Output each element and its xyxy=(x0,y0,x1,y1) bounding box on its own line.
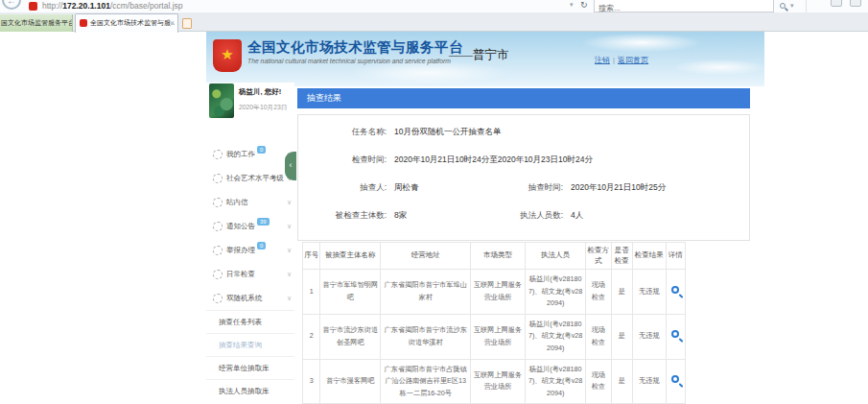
close-tab-icon[interactable]: × xyxy=(170,14,175,32)
detail-magnifier-icon[interactable] xyxy=(671,330,679,338)
gear-icon xyxy=(213,270,223,279)
counts-row: 被检查主体数: 8家 执法人员数: 4人 xyxy=(308,210,739,222)
sidebar-collapse-button[interactable]: ‹ xyxy=(285,152,296,180)
submenu-item-unit-pool[interactable]: 经营单位抽取库 xyxy=(206,356,294,379)
search-icon[interactable] xyxy=(780,3,786,9)
user-avatar xyxy=(209,83,234,118)
links-divider: | xyxy=(613,56,615,64)
sidebar-submenu: 抽查任务列表 抽查结果查询 经营单位抽取库 执法人员抽取库 xyxy=(206,310,294,402)
panel-title: 抽查结果 xyxy=(297,88,750,108)
col-name: 被抽查主体名称 xyxy=(320,243,381,270)
count-badge: 39 xyxy=(257,218,270,226)
header-links: 注销|返回首页 xyxy=(595,55,648,65)
search-dropdown-icon[interactable]: ▾ xyxy=(790,2,794,10)
col-no: 序号 xyxy=(303,243,320,270)
url-scheme: http:// xyxy=(42,1,62,11)
submenu-item-result-query[interactable]: 抽查结果查询 xyxy=(206,333,294,356)
gear-icon xyxy=(213,246,223,255)
emblem-star-icon: ★ xyxy=(221,46,233,62)
col-address: 经营地址 xyxy=(381,243,471,270)
count-badge: 0 xyxy=(257,242,266,250)
tab-label: 国文化市场监管服务平台 xyxy=(1,19,73,26)
detail-magnifier-icon[interactable] xyxy=(671,286,679,294)
gear-icon xyxy=(213,222,223,231)
search-input[interactable]: 搜索... xyxy=(594,0,774,12)
sidebar-item-daily-check[interactable]: 日常检查 ∨ xyxy=(206,262,294,286)
gear-icon xyxy=(213,294,223,303)
city-name: ——普宁市 xyxy=(449,47,509,63)
site-favicon xyxy=(29,2,37,11)
sidebar: 杨益川, 您好! 2020年10月23日 我的工作 0 ∨ 社会艺术水平考级 ∨… xyxy=(206,83,294,404)
detail-magnifier-icon[interactable] xyxy=(671,375,679,383)
sidebar-item-report-handling[interactable]: 举报办理 0 ∨ xyxy=(206,238,294,262)
check-time-row: 检查时间: 2020年10月21日10时24分至2020年10月23日10时24… xyxy=(308,154,739,166)
tab-cultural-market-service[interactable]: 国文化市场监管服务平台 xyxy=(0,14,73,32)
chevron-down-icon: ∨ xyxy=(287,295,292,302)
sidebar-item-art-grading[interactable]: 社会艺术水平考级 ∨ xyxy=(206,166,294,190)
address-dropdown-icon[interactable]: ▾ xyxy=(570,1,574,9)
logout-link[interactable]: 注销 xyxy=(595,56,610,64)
gear-icon xyxy=(213,198,223,207)
browser-tab-bar: 国文化市场监管服务平台 全国文化市场技术监管与服.. × xyxy=(0,12,868,32)
tab-favicon xyxy=(80,19,87,27)
new-tab-button[interactable] xyxy=(182,18,192,29)
url-host: 172.20.1.101 xyxy=(62,1,110,11)
table-row: 1 普宁市军埠智明网吧 广东省揭阳市普宁市军埠山家村 互联网上网服务营业场所 杨… xyxy=(303,270,686,315)
site-subtitle: The national cultural market technical s… xyxy=(247,58,451,64)
col-method: 检查方式 xyxy=(586,243,611,270)
gear-icon xyxy=(213,174,223,183)
sidebar-item-site-mail[interactable]: 站内信 ∨ xyxy=(206,190,294,214)
browser-url-row: ← http://172.20.1.101/ccm/base/portal.js… xyxy=(0,0,868,12)
col-checked: 是否检查 xyxy=(611,243,632,270)
sidebar-item-notices[interactable]: 通知公告 39 ∨ xyxy=(206,214,294,238)
col-market-type: 市场类型 xyxy=(471,243,526,270)
table-row: 2 普宁市流沙东街道创圣网吧 广东省揭阳市普宁市流沙东街道华溪村 互联网上网服务… xyxy=(303,314,686,359)
results-table: 序号 被抽查主体名称 经营地址 市场类型 执法人员 检查方式 是否检查 检查结果… xyxy=(302,242,686,404)
home-link[interactable]: 返回首页 xyxy=(618,56,648,64)
submenu-item-officer-pool[interactable]: 执法人员抽取库 xyxy=(206,379,294,402)
chevron-down-icon: ∨ xyxy=(287,271,292,278)
task-name-row: 任务名称: 10月份双随机一公开抽查名单 xyxy=(308,127,739,138)
chevron-down-icon: ∨ xyxy=(287,223,292,230)
settings-icon[interactable] xyxy=(850,0,861,7)
sidebar-menu: 我的工作 0 ∨ 社会艺术水平考级 ∨ 站内信 ∨ 通知公告 39 ∨ 举报办理… xyxy=(206,142,294,310)
refresh-icon[interactable]: ↻ xyxy=(580,0,588,10)
col-result: 检查结果 xyxy=(632,243,666,270)
table-header-row: 序号 被抽查主体名称 经营地址 市场类型 执法人员 检查方式 是否检查 检查结果… xyxy=(303,243,686,270)
site-title: 全国文化市场技术监管与服务平台 xyxy=(247,38,463,57)
back-button[interactable]: ← xyxy=(2,0,21,10)
tab-label: 全国文化市场技术监管与服.. xyxy=(90,14,175,32)
sidebar-item-double-random[interactable]: 双随机系统 ∨ xyxy=(206,286,294,310)
chrome-divider xyxy=(806,0,807,12)
col-officers: 执法人员 xyxy=(526,243,586,270)
user-greeting: 杨益川, 您好! xyxy=(239,87,281,97)
count-badge: 0 xyxy=(257,146,266,154)
submenu-item-task-list[interactable]: 抽查任务列表 xyxy=(206,310,294,333)
sampler-row: 抽查人: 周松青 抽查时间: 2020年10月21日10时25分 xyxy=(308,182,739,194)
favorites-icon[interactable] xyxy=(831,0,842,7)
address-bar[interactable]: http://172.20.1.101/ccm/base/portal.jsp xyxy=(42,1,183,11)
current-date: 2020年10月23日 xyxy=(239,103,288,112)
sidebar-item-my-work[interactable]: 我的工作 0 ∨ xyxy=(206,142,294,166)
task-info-panel: 任务名称: 10月份双随机一公开抽查名单 检查时间: 2020年10月21日10… xyxy=(297,114,750,241)
national-emblem-logo: ★ xyxy=(213,39,242,72)
tab-technical-supervision[interactable]: 全国文化市场技术监管与服.. × xyxy=(75,13,178,33)
chevron-down-icon: ∨ xyxy=(287,199,292,206)
table-row: 3 普宁市漫客网吧 广东省揭阳市普宁市占陇镇广汕公路南侧吉祥里E区13栋一二层1… xyxy=(303,359,686,404)
col-detail: 详情 xyxy=(666,243,685,270)
gear-icon xyxy=(213,150,223,159)
url-path: /ccm/base/portal.jsp xyxy=(110,1,183,11)
chevron-down-icon: ∨ xyxy=(287,247,292,254)
